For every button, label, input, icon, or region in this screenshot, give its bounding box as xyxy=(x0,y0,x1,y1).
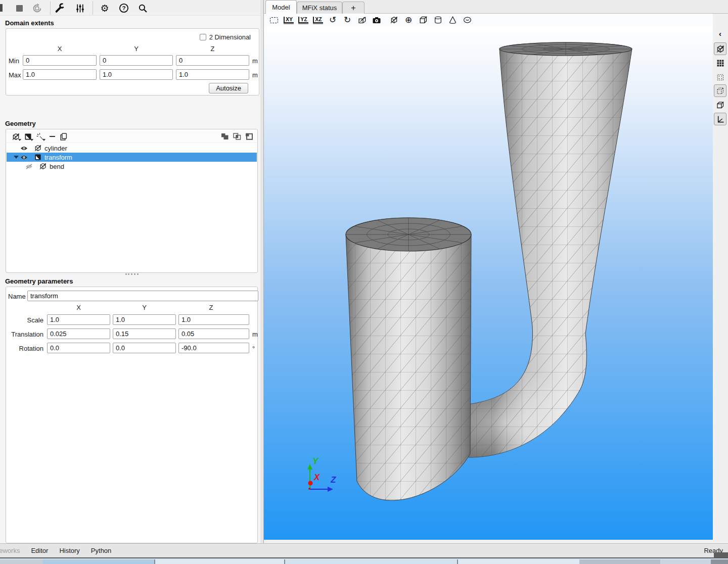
tab-python[interactable]: Python xyxy=(85,547,117,554)
viewport-background xyxy=(264,26,713,540)
name-input[interactable] xyxy=(27,291,258,301)
rotation-x-input[interactable] xyxy=(47,343,110,353)
tree-item-cylinder[interactable]: cylinder xyxy=(7,144,257,153)
toggle-regions-button[interactable] xyxy=(714,71,726,83)
search-button[interactable] xyxy=(136,2,149,15)
splitter-handle[interactable] xyxy=(125,273,139,275)
tab-history[interactable]: History xyxy=(54,547,85,554)
view-yz-button[interactable]: YZ xyxy=(298,15,308,25)
geometry-visibility-button[interactable] xyxy=(389,15,399,25)
domain-col-x: X xyxy=(23,45,97,53)
add-geometry-button[interactable] xyxy=(10,131,21,142)
copy-geometry-button[interactable] xyxy=(58,131,69,142)
translation-y-input[interactable] xyxy=(113,328,176,339)
add-filter-button[interactable] xyxy=(22,131,33,142)
translation-z-input[interactable] xyxy=(178,328,249,339)
rotate-ccw-button[interactable]: ↺ xyxy=(328,15,338,25)
view-xy-button[interactable]: XY xyxy=(284,15,294,25)
build-mesh-button[interactable] xyxy=(53,2,66,15)
panel-splitter[interactable] xyxy=(260,0,264,543)
rotate-cw-button[interactable]: ↻ xyxy=(342,15,352,25)
plus-icon: + xyxy=(351,4,355,13)
intersect-button[interactable] xyxy=(232,131,243,142)
settings-button[interactable]: ⚙ xyxy=(98,2,111,15)
translation-x-input[interactable] xyxy=(47,328,110,339)
render-canvas[interactable]: Y Z X xyxy=(264,26,713,540)
visibility-eye-off-icon[interactable] xyxy=(25,164,33,169)
add-cube-button[interactable] xyxy=(418,15,428,25)
difference-button[interactable] xyxy=(244,131,255,142)
visibility-eye-icon[interactable] xyxy=(20,155,28,160)
tab-model[interactable]: Model xyxy=(265,0,297,14)
domain-extents-title: Domain extents xyxy=(5,19,54,27)
parameters-button[interactable] xyxy=(73,2,86,15)
zmin-input[interactable] xyxy=(176,55,249,66)
two-dimensional-label: 2 Dimensional xyxy=(209,33,251,41)
xmax-input[interactable] xyxy=(23,69,97,80)
pause-icon[interactable] xyxy=(0,4,3,12)
add-cylinder-button[interactable] xyxy=(433,15,443,25)
toggle-wireframe-button[interactable] xyxy=(714,99,726,111)
toolbar-separator xyxy=(50,1,51,15)
union-button[interactable] xyxy=(219,131,231,142)
z-axis-label: Z xyxy=(330,475,336,485)
vtk-3d-view: Y Z X xyxy=(264,26,713,540)
torus-icon xyxy=(463,16,472,24)
tree-item-transform[interactable]: transform xyxy=(7,153,257,162)
add-torus-button[interactable] xyxy=(462,15,472,25)
rotation-z-input[interactable] xyxy=(178,343,249,353)
toggle-geometry-button[interactable] xyxy=(714,42,726,55)
domain-col-z: Z xyxy=(176,45,249,53)
two-dimensional-checkbox-row[interactable]: 2 Dimensional xyxy=(200,33,251,41)
domain-extents-box: 2 Dimensional X Y Z Min m Max m Autosize xyxy=(6,28,259,96)
tree-item-bend[interactable]: bend xyxy=(7,162,257,171)
background-fragment xyxy=(458,559,579,564)
toggle-normals-button[interactable] xyxy=(714,84,726,97)
ymax-input[interactable] xyxy=(100,69,173,80)
collapse-panel-button[interactable]: ‹ xyxy=(714,27,726,40)
difference-icon xyxy=(245,133,253,140)
scale-label: Scale xyxy=(6,316,43,324)
xmin-input[interactable] xyxy=(23,55,97,66)
autosize-button[interactable]: Autosize xyxy=(209,83,248,93)
visibility-eye-icon[interactable] xyxy=(20,146,28,151)
toggle-mesh-button[interactable] xyxy=(714,57,726,69)
ymin-input[interactable] xyxy=(100,55,173,66)
resize-grip[interactable] xyxy=(714,552,728,557)
stop-icon xyxy=(16,5,23,12)
rotation-y-input[interactable] xyxy=(113,343,176,353)
chevron-left-icon: ‹ xyxy=(719,30,721,37)
tab-add[interactable]: + xyxy=(342,2,365,14)
wizard-button[interactable] xyxy=(34,131,46,142)
perspective-button[interactable] xyxy=(357,15,367,25)
view-xz-icon: XZ xyxy=(313,17,323,23)
tab-editor[interactable]: Editor xyxy=(25,547,54,554)
screenshot-button[interactable] xyxy=(372,15,382,25)
zmax-input[interactable] xyxy=(176,69,249,80)
x-axis-point xyxy=(308,481,313,486)
geometry-toolbar xyxy=(7,130,257,143)
translation-unit: m xyxy=(252,331,258,338)
scale-y-input[interactable] xyxy=(113,314,176,325)
scale-z-input[interactable] xyxy=(178,314,249,325)
help-button[interactable] xyxy=(117,2,130,15)
tab-label: Model xyxy=(272,4,290,11)
toggle-axes-button[interactable] xyxy=(714,113,726,125)
stop-button[interactable] xyxy=(13,2,26,15)
intersect-icon xyxy=(233,133,241,140)
main-toolbar: ⚙ xyxy=(0,0,260,16)
tab-mfix-status[interactable]: MFiX status xyxy=(297,2,342,14)
reset-button[interactable] xyxy=(30,2,43,15)
add-cone-button[interactable] xyxy=(447,15,458,25)
remove-geometry-button[interactable] xyxy=(47,131,58,142)
tab-nodeworks[interactable]: deworks xyxy=(0,547,25,554)
reset-view-button[interactable] xyxy=(269,15,279,25)
scale-x-input[interactable] xyxy=(47,314,110,325)
domain-col-y: Y xyxy=(100,45,173,53)
reset-view-icon xyxy=(270,17,278,23)
view-xz-button[interactable]: XZ xyxy=(313,15,323,25)
expander-triangle-icon[interactable] xyxy=(14,156,19,159)
regions-button[interactable]: ⊕ xyxy=(403,15,414,25)
two-dimensional-checkbox[interactable] xyxy=(200,34,206,40)
tree-item-label: transform xyxy=(44,154,72,161)
